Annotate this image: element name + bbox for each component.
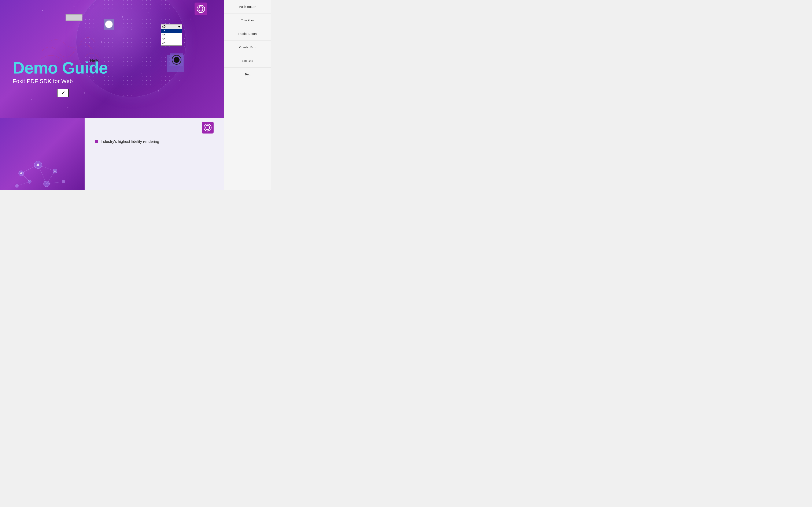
- sidebar: Push Button Checkbox Radio Button Combo …: [224, 0, 271, 190]
- svg-point-10: [84, 92, 85, 94]
- svg-line-30: [17, 182, 30, 186]
- foxit-logo-icon-2: [203, 123, 212, 132]
- sidebar-item-radio-button[interactable]: Radio Button: [224, 27, 271, 41]
- pdf-combobox-element[interactable]: 40 ▼ 10 20 30 40: [161, 24, 182, 46]
- network-illustration: [4, 135, 72, 190]
- svg-point-13: [179, 80, 180, 81]
- svg-line-28: [38, 165, 47, 184]
- svg-line-29: [47, 171, 55, 184]
- sidebar-item-list-box[interactable]: List Box: [224, 54, 271, 68]
- pdf-radio-filled-ring: [172, 55, 182, 65]
- bullet-item-1: Industry's highest fidelity rendering: [95, 139, 214, 144]
- combobox-option-10[interactable]: 10: [161, 30, 182, 34]
- combobox-option-30[interactable]: 30: [161, 38, 182, 41]
- combobox-dropdown: 10 20 30 40: [161, 30, 182, 46]
- combobox-option-40[interactable]: 40: [161, 41, 182, 45]
- svg-point-16: [197, 5, 205, 13]
- pdf-page-1: 40 ▼ 10 20 30 40 Hello! Demo Guide Foxit…: [0, 0, 224, 118]
- svg-point-1: [73, 6, 74, 7]
- bullet-square-icon: [95, 140, 98, 143]
- sidebar-item-checkbox[interactable]: Checkbox: [224, 13, 271, 27]
- sidebar-item-push-button[interactable]: Push Button: [224, 0, 271, 13]
- combobox-option-20[interactable]: 20: [161, 34, 182, 38]
- demo-guide-subtitle: Foxit PDF SDK for Web: [13, 78, 73, 84]
- pdf-radio-filled-dot: [173, 57, 180, 63]
- pdf-radio-circle-element[interactable]: [104, 19, 114, 30]
- svg-point-35: [204, 124, 211, 131]
- svg-point-12: [158, 90, 159, 92]
- sidebar-item-combo-box[interactable]: Combo Box: [224, 41, 271, 54]
- svg-line-27: [21, 173, 30, 182]
- foxit-logo-page2: [202, 122, 214, 133]
- svg-point-34: [54, 170, 56, 172]
- pdf-page2-left-panel: [0, 118, 85, 190]
- foxit-logo-page1: [195, 3, 207, 15]
- checkbox-checkmark: ✔: [61, 90, 65, 96]
- pdf-viewer: 40 ▼ 10 20 30 40 Hello! Demo Guide Foxit…: [0, 0, 224, 190]
- svg-point-7: [190, 18, 191, 19]
- pdf-radio-filled-element[interactable]: [170, 53, 183, 66]
- pdf-page2-right-panel: Industry's highest fidelity rendering: [85, 118, 224, 190]
- svg-point-33: [37, 164, 39, 166]
- sidebar-item-text[interactable]: Text: [224, 68, 271, 81]
- foxit-logo-icon: [196, 4, 205, 13]
- svg-point-15: [67, 107, 68, 108]
- pdf-checkbox-element[interactable]: ✔: [57, 89, 69, 97]
- svg-point-0: [42, 10, 43, 11]
- svg-point-14: [31, 99, 32, 100]
- svg-line-25: [21, 165, 38, 173]
- pdf-page-2: Industry's highest fidelity rendering: [0, 118, 224, 190]
- bullet-text-1: Industry's highest fidelity rendering: [101, 139, 159, 144]
- svg-point-32: [20, 172, 22, 174]
- combobox-arrow-icon: ▼: [177, 25, 181, 29]
- combobox-header[interactable]: 40 ▼: [161, 24, 182, 30]
- pdf-pushbutton-form-element[interactable]: [65, 14, 83, 21]
- demo-guide-title: Demo Guide: [13, 60, 108, 76]
- combobox-value: 40: [162, 25, 165, 29]
- pdf-radio-inner: [105, 20, 113, 28]
- svg-line-26: [38, 165, 55, 171]
